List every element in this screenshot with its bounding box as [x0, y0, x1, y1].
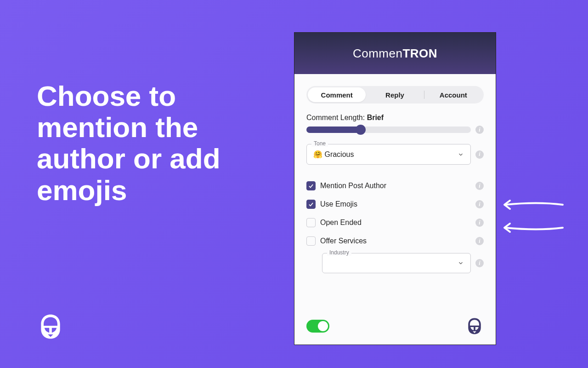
industry-legend: Industry — [327, 249, 351, 256]
tone-select[interactable]: Tone 🤗 Gracious — [306, 144, 471, 165]
tabs: Comment Reply Account — [306, 86, 484, 104]
comment-length-label: Comment Length: Brief — [306, 114, 484, 122]
info-icon[interactable]: i — [475, 218, 484, 227]
app-title-prefix: Commen — [353, 46, 402, 61]
info-icon[interactable]: i — [475, 237, 484, 245]
label-use-emojis: Use Emojis — [320, 200, 471, 208]
label-open-ended: Open Ended — [320, 218, 471, 227]
label-mention-author: Mention Post Author — [320, 182, 471, 190]
brand-mask-icon — [37, 313, 64, 340]
tab-comment[interactable]: Comment — [308, 87, 366, 102]
industry-select[interactable]: Industry — [322, 253, 471, 273]
brand-mask-icon — [465, 317, 484, 335]
info-icon[interactable]: i — [475, 150, 484, 159]
option-open-ended: Open Ended i — [306, 213, 484, 232]
option-offer-services: Offer Services i — [306, 232, 484, 250]
callout-arrow-icon — [501, 221, 565, 235]
extension-panel: CommenTRON Comment Reply Account Comment… — [294, 32, 496, 345]
checkbox-mention-author[interactable] — [306, 181, 316, 190]
info-icon[interactable]: i — [475, 126, 484, 134]
app-title-suffix: TRON — [402, 46, 437, 61]
tab-reply[interactable]: Reply — [366, 87, 424, 102]
toggle-thumb — [318, 321, 328, 331]
checkbox-open-ended[interactable] — [306, 218, 316, 227]
option-use-emojis: Use Emojis i — [306, 195, 484, 213]
chevron-down-icon — [458, 260, 464, 266]
label-offer-services: Offer Services — [320, 237, 471, 245]
slider-thumb[interactable] — [356, 125, 366, 135]
checkbox-use-emojis[interactable] — [306, 200, 316, 209]
length-label-text: Comment Length: — [306, 114, 367, 121]
chevron-down-icon — [458, 151, 464, 158]
tone-legend: Tone — [311, 140, 328, 147]
info-icon[interactable]: i — [475, 182, 484, 190]
tone-value: 🤗 Gracious — [313, 150, 354, 159]
checkbox-offer-services[interactable] — [306, 236, 316, 246]
length-slider[interactable] — [306, 126, 471, 133]
panel-footer — [306, 308, 484, 335]
marketing-headline: Choose to mention the author or add emoj… — [37, 80, 257, 206]
tab-account[interactable]: Account — [424, 87, 482, 102]
length-value: Brief — [367, 114, 384, 121]
option-mention-author: Mention Post Author i — [306, 177, 484, 195]
panel-header: CommenTRON — [294, 33, 496, 74]
enable-toggle[interactable] — [306, 320, 329, 333]
info-icon[interactable]: i — [475, 200, 484, 208]
callout-arrow-icon — [501, 198, 565, 212]
info-icon[interactable]: i — [475, 259, 484, 267]
panel-body: Comment Reply Account Comment Length: Br… — [294, 74, 496, 345]
